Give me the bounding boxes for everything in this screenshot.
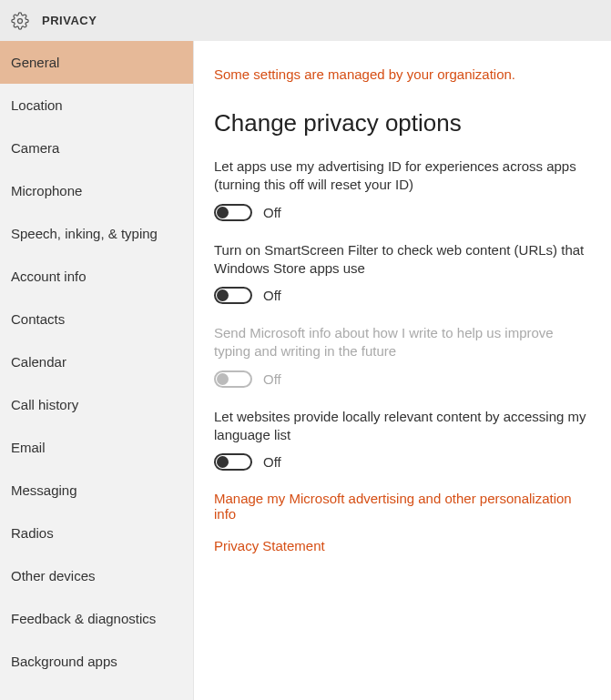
sidebar-item-label: Email (11, 440, 46, 455)
sidebar-item-label: Account info (11, 269, 87, 284)
sidebar-item-label: Feedback & diagnostics (11, 611, 156, 626)
toggle-row: Off (214, 204, 591, 221)
sidebar-item-account-info[interactable]: Account info (0, 255, 193, 298)
sidebar-item-label: Messaging (11, 482, 77, 498)
setting-smartscreen: Turn on SmartScreen Filter to check web … (214, 241, 591, 305)
setting-typing-info: Send Microsoft info about how I write to… (214, 324, 591, 388)
sidebar-item-label: Speech, inking, & typing (11, 226, 158, 241)
header: PRIVACY (0, 0, 611, 41)
sidebar-item-radios[interactable]: Radios (0, 512, 193, 554)
sidebar-item-camera[interactable]: Camera (0, 127, 193, 169)
page-title: PRIVACY (42, 14, 97, 27)
sidebar-item-general[interactable]: General (0, 41, 193, 84)
toggle-row: Off (214, 453, 591, 471)
sidebar-item-email[interactable]: Email (0, 426, 193, 469)
sidebar-item-other-devices[interactable]: Other devices (0, 554, 193, 597)
link-manage-advertising[interactable]: Manage my Microsoft advertising and othe… (214, 491, 591, 522)
sidebar-item-label: Location (11, 97, 63, 113)
sidebar-item-label: Calendar (11, 354, 66, 370)
setting-label: Send Microsoft info about how I write to… (214, 324, 591, 361)
toggle-row: Off (214, 370, 591, 388)
sidebar-item-label: Contacts (11, 311, 65, 327)
toggle-switch[interactable] (214, 287, 252, 304)
sidebar-item-label: Other devices (11, 568, 96, 583)
sidebar-item-label: Microphone (11, 183, 82, 198)
toggle-switch[interactable] (214, 204, 252, 221)
gear-icon (11, 12, 29, 30)
sidebar-item-speech-inking-typing[interactable]: Speech, inking, & typing (0, 212, 193, 255)
sidebar-item-label: General (11, 55, 59, 70)
sidebar: General Location Camera Microphone Speec… (0, 41, 194, 700)
toggle-row: Off (214, 287, 591, 304)
toggle-switch[interactable] (214, 453, 252, 471)
sidebar-item-background-apps[interactable]: Background apps (0, 640, 193, 683)
sidebar-item-location[interactable]: Location (0, 84, 193, 127)
setting-label: Let apps use my advertising ID for exper… (214, 157, 591, 195)
svg-point-0 (18, 18, 23, 23)
sidebar-item-calendar[interactable]: Calendar (0, 340, 193, 383)
setting-language-list: Let websites provide locally relevant co… (214, 408, 591, 472)
setting-label: Let websites provide locally relevant co… (214, 408, 591, 445)
toggle-state: Off (263, 371, 281, 387)
toggle-switch (214, 370, 252, 388)
sidebar-item-label: Camera (11, 140, 59, 156)
sidebar-item-messaging[interactable]: Messaging (0, 469, 193, 512)
sidebar-item-microphone[interactable]: Microphone (0, 169, 193, 212)
main-panel: Some settings are managed by your organi… (194, 41, 611, 700)
sidebar-item-call-history[interactable]: Call history (0, 383, 193, 426)
body: General Location Camera Microphone Speec… (0, 41, 611, 700)
setting-advertising-id: Let apps use my advertising ID for exper… (214, 157, 591, 221)
sidebar-item-feedback-diagnostics[interactable]: Feedback & diagnostics (0, 597, 193, 640)
toggle-state: Off (263, 205, 281, 220)
toggle-state: Off (263, 454, 281, 470)
toggle-state: Off (263, 288, 281, 303)
org-managed-notice: Some settings are managed by your organi… (214, 66, 591, 82)
link-privacy-statement[interactable]: Privacy Statement (214, 538, 591, 553)
sidebar-item-label: Call history (11, 397, 78, 412)
sidebar-item-label: Radios (11, 525, 54, 541)
setting-label: Turn on SmartScreen Filter to check web … (214, 241, 591, 279)
sidebar-item-contacts[interactable]: Contacts (0, 298, 193, 340)
sidebar-item-label: Background apps (11, 654, 117, 669)
section-title: Change privacy options (214, 109, 591, 137)
